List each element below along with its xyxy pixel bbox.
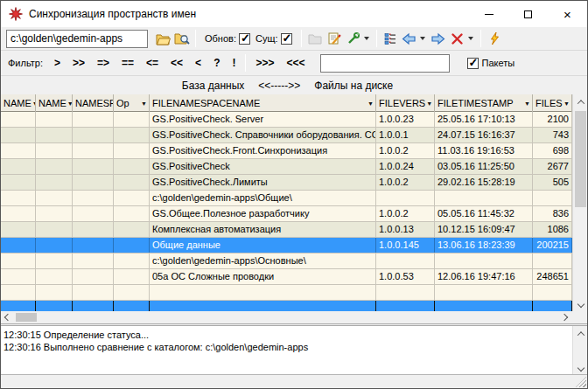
column-header-op[interactable]: Op▼ bbox=[114, 94, 150, 112]
cell-filenamespacename bbox=[150, 285, 376, 300]
filter-button[interactable]: > bbox=[48, 57, 66, 69]
existing-checkbox[interactable] bbox=[281, 33, 292, 45]
arrow-left-dropdown-icon[interactable] bbox=[420, 37, 425, 40]
table-row[interactable]: c:\golden\gedemin-apps\Общие\ bbox=[1, 191, 572, 206]
filter-button[interactable]: => bbox=[91, 57, 116, 69]
scroll-left-button[interactable] bbox=[1, 311, 15, 323]
status-bar bbox=[1, 374, 587, 388]
table-row[interactable]: Комплексная автоматизация1.0.0.1310.12.1… bbox=[1, 222, 572, 238]
cell-filetimestamp bbox=[435, 254, 533, 268]
scroll-up-button[interactable] bbox=[573, 94, 588, 109]
column-header-files[interactable]: FILES▼ bbox=[533, 94, 572, 112]
namespace-table: NAME▼NAME▼NAMESF▼Op▼FILENAMESPACENAME▼FI… bbox=[1, 94, 587, 311]
cell-filetimestamp: 12.06.16 19:47:16 bbox=[435, 269, 533, 284]
table-row[interactable]: 05а ОС Сложные проводки1.0.0.5312.06.16 … bbox=[1, 269, 572, 285]
scroll-right-button[interactable] bbox=[557, 311, 571, 323]
table-row[interactable]: GS.PositiveCheck. Server1.0.0.2325.05.16… bbox=[1, 112, 572, 128]
caption-sync-arrows: <<----->> bbox=[258, 80, 300, 92]
column-header-filenamespacename[interactable]: FILENAMESPACENAME▼ bbox=[150, 94, 376, 112]
sort-dropdown-icon[interactable]: ▼ bbox=[426, 101, 432, 107]
cell-filetimestamp: 05.05.16 11:45:32 bbox=[435, 206, 533, 221]
cell-filenamespacename: Комплексная автоматизация bbox=[150, 222, 376, 237]
cell-name1 bbox=[1, 143, 36, 158]
column-header-name2[interactable]: NAME▼ bbox=[36, 94, 73, 112]
footer-cell bbox=[376, 301, 435, 311]
search-folder-button[interactable] bbox=[172, 29, 192, 48]
filter-button[interactable]: < bbox=[189, 57, 207, 69]
delete-icon bbox=[451, 32, 464, 45]
log-panel: 12:30:15 Определение статуса...12:30:16 … bbox=[1, 325, 587, 374]
packets-checkbox-label: Пакеты bbox=[482, 58, 515, 68]
table-row[interactable]: GS.PositiveCheck. Справочники оборудован… bbox=[1, 128, 572, 143]
resize-grip-icon[interactable] bbox=[576, 377, 586, 387]
grid-vertical-scrollbar[interactable] bbox=[572, 94, 587, 311]
tools-button[interactable] bbox=[344, 29, 363, 48]
table-row[interactable]: GS.PositiveCheck1.0.0.2403.05.16 11:25:5… bbox=[1, 159, 572, 175]
filter-button[interactable]: << bbox=[164, 57, 189, 69]
filter-button[interactable]: ! bbox=[226, 57, 242, 69]
packets-checkbox[interactable] bbox=[467, 58, 479, 69]
cell-name1 bbox=[1, 254, 36, 268]
filter-button[interactable]: <= bbox=[140, 57, 164, 69]
grid-horizontal-scrollbar[interactable] bbox=[1, 311, 587, 324]
cell-filenamespacename: GS.Общее.Полезное разработчику bbox=[150, 206, 376, 221]
cell-filetimestamp: 11.03.16 19:16:53 bbox=[435, 143, 533, 158]
columns-button[interactable] bbox=[381, 29, 400, 48]
close-button[interactable]: × bbox=[548, 1, 587, 27]
title-bar: Синхронизация пространств имен × bbox=[1, 1, 587, 27]
cell-name1 bbox=[1, 222, 36, 237]
table-row[interactable] bbox=[1, 285, 572, 301]
minimize-icon bbox=[485, 14, 494, 15]
arrow-right-button[interactable] bbox=[429, 29, 448, 48]
cell-namesf bbox=[73, 285, 114, 300]
filter-button[interactable]: ? bbox=[207, 57, 226, 69]
cell-namesf bbox=[73, 238, 114, 253]
table-row[interactable]: GS.PositiveCheck.Front.Синхронизация1.0.… bbox=[1, 143, 572, 159]
scroll-down-button[interactable] bbox=[573, 296, 588, 311]
table-row[interactable]: GS.PositiveCheck.Лимиты1.0.0.229.02.16 1… bbox=[1, 175, 572, 191]
maximize-button[interactable] bbox=[508, 1, 548, 27]
grid-header: NAME▼NAME▼NAMESF▼Op▼FILENAMESPACENAME▼FI… bbox=[1, 94, 572, 112]
filter-input[interactable] bbox=[320, 54, 450, 73]
log-vertical-scrollbar[interactable] bbox=[572, 326, 587, 375]
open-folder-button[interactable] bbox=[153, 29, 172, 48]
log-line: 12:30:15 Определение статуса... bbox=[4, 329, 570, 341]
run-button[interactable] bbox=[485, 29, 504, 48]
column-header-namesf[interactable]: NAMESF▼ bbox=[73, 94, 114, 112]
cell-filetimestamp: 29.02.16 15:28:19 bbox=[435, 175, 533, 190]
cell-files bbox=[533, 285, 572, 300]
column-header-name1[interactable]: NAME▼ bbox=[1, 94, 36, 112]
cell-op bbox=[114, 128, 150, 142]
edit-button[interactable] bbox=[325, 29, 344, 48]
filter-compare-buttons: >>>=>==<=<<<?! bbox=[48, 57, 242, 69]
delete-dropdown-icon[interactable] bbox=[468, 37, 473, 40]
delete-button[interactable] bbox=[448, 29, 467, 48]
scroll-down-button[interactable] bbox=[573, 360, 588, 375]
arrow-right-icon bbox=[430, 32, 445, 45]
sort-dropdown-icon[interactable]: ▼ bbox=[368, 101, 374, 107]
update-checkbox[interactable] bbox=[239, 33, 250, 45]
sort-dropdown-icon[interactable]: ▼ bbox=[141, 101, 147, 107]
filter-button[interactable]: >> bbox=[66, 57, 91, 69]
table-row[interactable]: Общие данные1.0.0.14513.06.16 18:23:3920… bbox=[1, 238, 572, 254]
path-input[interactable] bbox=[6, 30, 148, 48]
scrollbar-thumb[interactable] bbox=[16, 313, 37, 322]
log-line: 12:30:16 Выполнено сравнение с каталогом… bbox=[4, 341, 570, 353]
table-row[interactable]: GS.Общее.Полезное разработчику1.0.0.205.… bbox=[1, 206, 572, 222]
filter-button[interactable]: == bbox=[116, 57, 140, 69]
filter-nav-button[interactable]: >>> bbox=[249, 57, 280, 69]
filter-nav-button[interactable]: <<< bbox=[281, 57, 312, 69]
toolbar: Обнов: Сущ: bbox=[1, 27, 587, 51]
column-header-filetimestamp[interactable]: FILETIMESTAMP▼ bbox=[435, 94, 533, 112]
scrollbar-thumb[interactable] bbox=[575, 111, 586, 207]
sort-dropdown-icon[interactable]: ▼ bbox=[524, 101, 530, 107]
column-header-filevers[interactable]: FILEVERS▼ bbox=[376, 94, 435, 112]
minimize-button[interactable] bbox=[469, 1, 508, 27]
cell-filenamespacename: c:\golden\gedemin-apps\Основные\ bbox=[150, 254, 376, 268]
tools-dropdown-icon[interactable] bbox=[364, 37, 369, 40]
table-row[interactable]: c:\golden\gedemin-apps\Основные\ bbox=[1, 254, 572, 269]
arrow-left-button[interactable] bbox=[400, 29, 419, 48]
scroll-up-button[interactable] bbox=[573, 326, 588, 341]
caption-database: База данных bbox=[182, 80, 244, 92]
sort-dropdown-icon[interactable]: ▼ bbox=[564, 101, 570, 107]
